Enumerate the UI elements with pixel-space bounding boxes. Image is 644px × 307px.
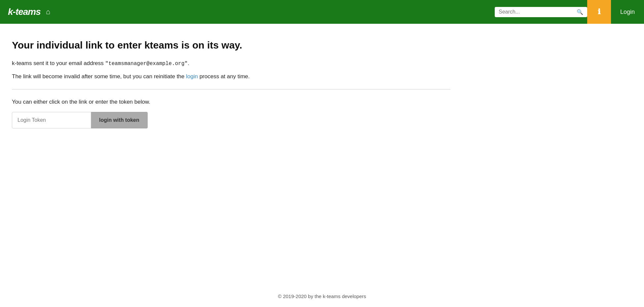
login-button[interactable]: Login [611, 0, 644, 24]
email-address: "teamsmanager@example.org" [105, 61, 188, 67]
info-button[interactable]: ℹ [587, 0, 611, 24]
navbar-brand[interactable]: k-teams ⌂ [0, 7, 58, 17]
link-info-suffix: process at any time. [198, 73, 250, 80]
email-info: k-teams sent it to your email address "t… [12, 60, 450, 67]
login-link[interactable]: login [186, 73, 198, 80]
info-icon: ℹ [598, 8, 600, 16]
email-info-prefix: k-teams sent it to your email address [12, 60, 105, 66]
token-input[interactable] [12, 112, 91, 128]
footer-text: © 2019-2020 by the k-teams developers [278, 293, 366, 299]
token-form: login with token [12, 112, 450, 128]
token-section-label: You can either click on the link or ente… [12, 99, 450, 105]
site-logo: k-teams [8, 7, 41, 17]
main-content: Your individual link to enter kteams is … [0, 24, 462, 286]
email-info-suffix: . [188, 60, 189, 66]
navbar: k-teams ⌂ 🔍 ℹ Login [0, 0, 644, 24]
divider [12, 89, 450, 89]
page-heading: Your individual link to enter kteams is … [12, 40, 450, 51]
home-icon[interactable]: ⌂ [46, 8, 50, 16]
search-icon: 🔍 [577, 9, 583, 15]
search-wrapper: 🔍 [495, 7, 587, 17]
link-info: The link will become invalid after some … [12, 73, 450, 80]
search-input[interactable] [499, 9, 575, 15]
footer: © 2019-2020 by the k-teams developers [0, 286, 644, 307]
link-info-prefix: The link will become invalid after some … [12, 73, 186, 80]
login-with-token-button[interactable]: login with token [91, 112, 148, 128]
